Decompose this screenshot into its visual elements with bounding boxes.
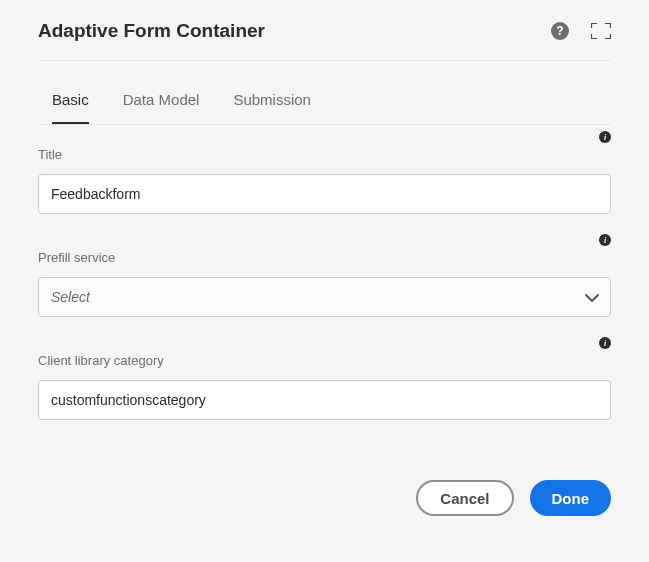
dialog-footer: Cancel Done bbox=[38, 440, 611, 516]
header-actions: ? bbox=[551, 22, 611, 40]
tab-data-model[interactable]: Data Model bbox=[123, 91, 200, 124]
info-icon[interactable]: i bbox=[599, 234, 611, 246]
info-icon[interactable]: i bbox=[599, 337, 611, 349]
prefill-placeholder: Select bbox=[51, 289, 90, 305]
clientlib-label: Client library category bbox=[38, 353, 611, 368]
dialog-header: Adaptive Form Container ? bbox=[38, 20, 611, 61]
field-title: i Title bbox=[38, 131, 611, 214]
prefill-label: Prefill service bbox=[38, 250, 611, 265]
title-input[interactable] bbox=[38, 174, 611, 214]
done-button[interactable]: Done bbox=[530, 480, 612, 516]
help-icon[interactable]: ? bbox=[551, 22, 569, 40]
tab-submission[interactable]: Submission bbox=[233, 91, 311, 124]
fullscreen-icon[interactable] bbox=[591, 23, 611, 39]
info-icon[interactable]: i bbox=[599, 131, 611, 143]
cancel-button[interactable]: Cancel bbox=[416, 480, 513, 516]
tabs: Basic Data Model Submission bbox=[38, 61, 611, 125]
form-body: i Title i Prefill service Select i Clien… bbox=[38, 125, 611, 420]
clientlib-input[interactable] bbox=[38, 380, 611, 420]
prefill-select[interactable]: Select bbox=[38, 277, 611, 317]
dialog-title: Adaptive Form Container bbox=[38, 20, 265, 42]
title-label: Title bbox=[38, 147, 611, 162]
tab-basic[interactable]: Basic bbox=[52, 91, 89, 124]
field-prefill: i Prefill service Select bbox=[38, 234, 611, 317]
field-clientlib: i Client library category bbox=[38, 337, 611, 420]
